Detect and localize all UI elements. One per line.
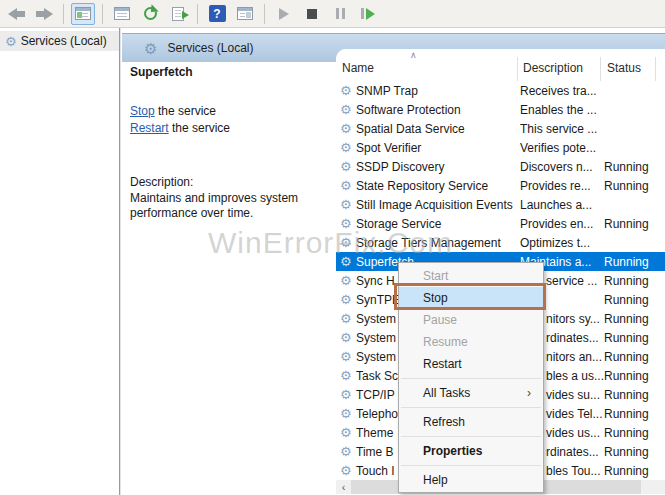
service-description: bles a us... — [546, 369, 604, 383]
gear-icon: ⚙ — [340, 407, 352, 420]
show-console-tree-button[interactable] — [71, 3, 95, 25]
column-header-name[interactable]: Name — [342, 61, 374, 75]
gear-icon: ⚙ — [340, 369, 352, 382]
refresh-button[interactable] — [138, 3, 162, 25]
service-description: nitors an... — [546, 350, 602, 364]
gear-icon: ⚙ — [340, 293, 352, 306]
table-row[interactable]: ⚙Storage ServiceProvides en...Running — [336, 214, 665, 233]
table-row[interactable]: ⚙State Repository ServiceProvides re...R… — [336, 176, 665, 195]
service-description: rdinates... — [546, 331, 599, 345]
table-row[interactable]: ⚙Storage Tiers ManagementOptimizes t... — [336, 233, 665, 252]
start-icon — [279, 8, 289, 20]
back-button[interactable] — [4, 3, 28, 25]
gear-icon: ⚙ — [340, 198, 352, 211]
column-divider[interactable] — [600, 57, 601, 81]
menu-item-help[interactable]: Help — [399, 469, 543, 491]
service-description: This service ... — [520, 122, 597, 136]
console-tree-pane: ⚙ Services (Local) — [0, 28, 119, 495]
gear-icon: ⚙ — [340, 141, 352, 154]
service-description: bles Tou... — [546, 464, 600, 478]
tree-item-label: Services (Local) — [21, 34, 107, 48]
menu-item-refresh[interactable]: Refresh — [399, 411, 543, 433]
tree-item-services-local[interactable]: ⚙ Services (Local) — [0, 31, 119, 51]
pause-icon — [336, 8, 345, 19]
gear-icon: ⚙ — [340, 464, 352, 477]
gear-icon: ⚙ — [340, 217, 352, 230]
description-label: Description: — [130, 175, 328, 189]
sort-ascending-icon: ∧ — [410, 50, 417, 60]
export-list-icon — [172, 7, 184, 21]
column-divider[interactable] — [517, 57, 518, 81]
properties-icon — [114, 7, 130, 20]
gear-icon: ⚙ — [340, 122, 352, 135]
service-description: Provides en... — [520, 217, 593, 231]
service-name: Telepho — [356, 407, 398, 421]
column-divider[interactable] — [655, 57, 656, 81]
toolbar-separator — [63, 4, 64, 24]
menu-item-stop[interactable]: Stop — [399, 287, 543, 309]
restart-line-text: the service — [169, 121, 230, 135]
help-button[interactable]: ? — [205, 3, 229, 25]
table-row[interactable]: ⚙Software ProtectionEnables the ... — [336, 100, 665, 119]
service-status: Running — [604, 407, 649, 421]
table-row[interactable]: ⚙SSDP DiscoveryDiscovers n...Running — [336, 157, 665, 176]
service-name: Time B — [356, 445, 394, 459]
gear-icon: ⚙ — [340, 179, 352, 192]
gear-icon: ⚙ — [340, 274, 352, 287]
gear-icon: ⚙ — [340, 255, 352, 268]
properties-button[interactable] — [110, 3, 134, 25]
column-header-description[interactable]: Description — [523, 61, 583, 75]
console-tree-icon — [75, 7, 91, 20]
service-description: vides Tel... — [546, 407, 602, 421]
pane-divider[interactable] — [119, 28, 121, 495]
service-description: rdinates... — [546, 445, 599, 459]
menu-separator — [401, 407, 541, 408]
service-description: Discovers n... — [520, 160, 593, 174]
extended-view-panel: Superfetch Stop the service Restart the … — [122, 62, 336, 495]
table-row[interactable]: ⚙Spot VerifierVerifies pote... — [336, 138, 665, 157]
export-list-button[interactable] — [166, 3, 190, 25]
service-status: Running — [604, 369, 649, 383]
service-status: Running — [604, 160, 649, 174]
menu-separator — [401, 436, 541, 437]
service-description: Receives tra... — [520, 84, 597, 98]
service-status: Running — [604, 217, 649, 231]
service-name: Sync H — [356, 274, 395, 288]
services-gear-icon: ⚙ — [5, 35, 17, 48]
service-name: SynTPE — [356, 293, 400, 307]
service-status: Running — [604, 255, 649, 269]
start-service-button[interactable] — [272, 3, 296, 25]
gear-icon: ⚙ — [340, 350, 352, 363]
stop-service-button[interactable] — [300, 3, 324, 25]
scroll-left-icon[interactable]: ‹ — [336, 480, 351, 494]
service-description: vides us... — [546, 426, 600, 440]
restart-service-line: Restart the service — [130, 120, 328, 137]
service-status: Running — [604, 426, 649, 440]
list-header: ∧ Name Description Status — [336, 49, 665, 81]
table-row[interactable]: ⚙Spatial Data ServiceThis service ... — [336, 119, 665, 138]
menu-item-properties[interactable]: Properties — [399, 440, 543, 462]
pause-service-button[interactable] — [328, 3, 352, 25]
service-name: SSDP Discovery — [356, 160, 444, 174]
toolbar-separator — [197, 4, 198, 24]
service-name: Spot Verifier — [356, 141, 421, 155]
stop-service-line: Stop the service — [130, 103, 328, 120]
column-header-status[interactable]: Status — [607, 61, 641, 75]
table-row[interactable]: ⚙Still Image Acquisition EventsLaunches … — [336, 195, 665, 214]
forward-button[interactable] — [32, 3, 56, 25]
service-status: Running — [604, 331, 649, 345]
toolbar: ? — [0, 0, 665, 28]
service-status: Running — [604, 350, 649, 364]
stop-service-link[interactable]: Stop — [130, 104, 155, 118]
restart-service-button[interactable] — [356, 3, 380, 25]
restart-service-link[interactable]: Restart — [130, 121, 169, 135]
menu-item-pause: Pause — [399, 309, 543, 331]
gear-icon: ⚙ — [340, 160, 352, 173]
restart-icon — [361, 8, 375, 20]
show-action-pane-button[interactable] — [233, 3, 257, 25]
menu-item-restart[interactable]: Restart — [399, 353, 543, 375]
toolbar-separator — [102, 4, 103, 24]
menu-item-all-tasks[interactable]: All Tasks› — [399, 382, 543, 404]
table-row[interactable]: ⚙SNMP TrapReceives tra... — [336, 81, 665, 100]
main-pane: ⚙ Services (Local) Superfetch Stop the s… — [122, 28, 665, 495]
